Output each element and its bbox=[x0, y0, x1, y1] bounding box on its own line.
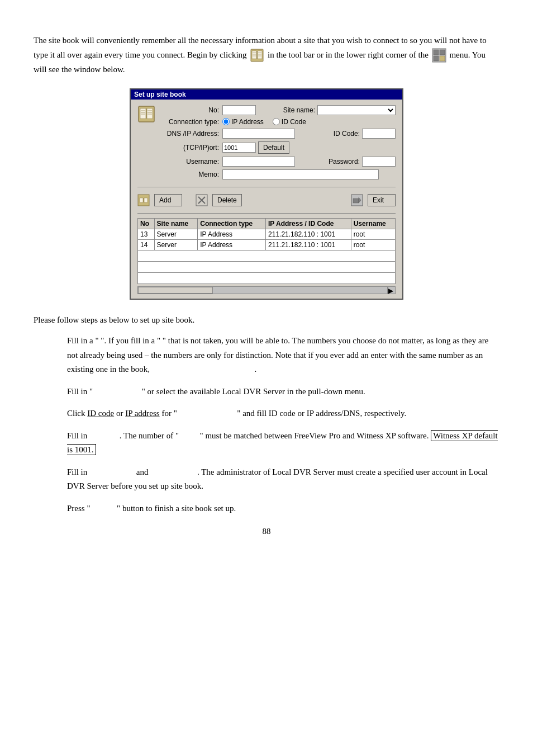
delete-icon bbox=[196, 194, 208, 206]
step2: Fill in " " or select the available Loca… bbox=[67, 385, 499, 399]
step5-blank1 bbox=[89, 465, 134, 480]
memo-label: Memo: bbox=[161, 171, 222, 178]
svg-rect-16 bbox=[140, 108, 146, 119]
page-number-text: 88 bbox=[263, 527, 271, 536]
memo-input[interactable] bbox=[222, 169, 379, 179]
dialog-book-icon bbox=[137, 105, 155, 123]
id-code-input[interactable] bbox=[362, 129, 396, 139]
dialog-titlebar: Set up site book bbox=[131, 89, 402, 100]
intro-paragraph: The site book will conveniently remember… bbox=[34, 34, 499, 77]
step3-id-code-link[interactable]: ID code bbox=[87, 409, 114, 418]
row2-ip-id: 211.21.182.110 : 1001 bbox=[266, 239, 351, 250]
step1-end: . bbox=[254, 365, 256, 374]
dialog-divider1 bbox=[137, 187, 396, 187]
step6-blank bbox=[92, 502, 115, 516]
book-icon bbox=[250, 48, 264, 63]
step1-text: Fill in a " ". If you fill in a " " that… bbox=[67, 336, 488, 374]
row1-site-name: Server bbox=[154, 229, 198, 239]
step3-or: or bbox=[116, 409, 125, 418]
step5: Fill in and . The administrator of Local… bbox=[67, 465, 499, 494]
row1-ip-id: 211.21.182.110 : 1001 bbox=[266, 229, 351, 239]
connection-type-group: IP Address ID Code bbox=[222, 118, 306, 126]
row2-site-name: Server bbox=[154, 239, 198, 250]
site-table: No Site name Connection type IP Address … bbox=[137, 218, 396, 284]
step4-mid: . The number of " bbox=[120, 431, 179, 440]
row2-username: root bbox=[351, 239, 395, 250]
col-ip-id: IP Address / ID Code bbox=[266, 218, 351, 229]
svg-rect-26 bbox=[140, 198, 143, 202]
step3: Click ID code or IP address for " " and … bbox=[67, 407, 499, 421]
menu-icon bbox=[432, 48, 446, 63]
site-name-select[interactable] bbox=[317, 105, 396, 115]
username-input[interactable] bbox=[222, 157, 295, 167]
dialog-divider2 bbox=[137, 213, 396, 214]
col-no: No bbox=[138, 218, 155, 229]
scroll-right-arrow[interactable]: ▶ bbox=[388, 286, 396, 294]
default-button-label: Default bbox=[263, 144, 284, 152]
page-number: 88 bbox=[34, 527, 499, 536]
row2-no: 14 bbox=[138, 239, 155, 250]
row1-connection-type: IP Address bbox=[198, 229, 266, 239]
scroll-area: ▶ bbox=[137, 286, 396, 294]
connection-type-label: Connection type: bbox=[161, 118, 222, 126]
id-code-option: ID Code bbox=[282, 118, 306, 126]
dns-label: DNS /IP Address: bbox=[161, 130, 222, 138]
col-connection-type: Connection type bbox=[198, 218, 266, 229]
step3-blank bbox=[179, 407, 235, 421]
no-label: No: bbox=[161, 106, 222, 114]
buttons-row: Add Delete bbox=[137, 192, 396, 209]
step4-prefix: Fill in bbox=[67, 431, 87, 440]
step6-suffix: " button to finish a site book set up. bbox=[117, 504, 236, 513]
h-scrollbar[interactable] bbox=[137, 286, 388, 294]
row1-username: root bbox=[351, 229, 395, 239]
table-row: 13 Server IP Address 211.21.182.110 : 10… bbox=[138, 229, 396, 239]
dns-input[interactable] bbox=[222, 129, 295, 139]
col-username: Username bbox=[351, 218, 395, 229]
step3-for: for " bbox=[161, 409, 177, 418]
port-input[interactable] bbox=[222, 143, 256, 153]
step3-suffix: " and fill ID code or IP address/DNS, re… bbox=[237, 409, 406, 418]
site-name-label: Site name: bbox=[283, 106, 317, 114]
svg-rect-17 bbox=[147, 108, 153, 119]
step4-mid2: " must be matched between FreeView Pro a… bbox=[200, 431, 431, 440]
id-code-label: ID Code: bbox=[334, 130, 362, 138]
svg-rect-14 bbox=[440, 56, 445, 61]
exit-icon bbox=[351, 194, 363, 206]
ip-address-radio-label[interactable]: IP Address bbox=[222, 118, 264, 126]
svg-rect-2 bbox=[258, 51, 262, 59]
step3-prefix: Click bbox=[67, 409, 87, 418]
steps-section: Please follow steps as below to set up s… bbox=[34, 313, 499, 516]
h-scrollbar-thumb bbox=[138, 287, 213, 294]
main-content: The site book will conveniently remember… bbox=[34, 34, 499, 536]
step5-prefix: Fill in bbox=[67, 467, 87, 476]
step1-blank bbox=[152, 362, 253, 377]
step4: Fill in . The number of " " must be matc… bbox=[67, 429, 499, 457]
step2-text: Fill in " bbox=[67, 387, 93, 396]
add-icon bbox=[137, 194, 150, 206]
step3-ip-address-link[interactable]: IP address bbox=[125, 409, 160, 418]
id-code-radio-label[interactable]: ID Code bbox=[273, 118, 306, 126]
delete-button[interactable]: Delete bbox=[212, 194, 242, 206]
follow-steps-text: Please follow steps as below to set up s… bbox=[34, 313, 499, 328]
step6-prefix: Press " bbox=[67, 504, 91, 513]
svg-rect-13 bbox=[434, 56, 439, 61]
svg-rect-1 bbox=[252, 51, 256, 59]
step4-blank2 bbox=[181, 429, 198, 443]
svg-rect-27 bbox=[144, 198, 147, 202]
row1-no: 13 bbox=[138, 229, 155, 239]
tcp-port-label: (TCP/IP)ort: bbox=[161, 144, 222, 152]
intro-text2: in the tool bar or in the lower right co… bbox=[268, 50, 429, 59]
step5-and: and bbox=[136, 467, 149, 476]
delete-button-label: Delete bbox=[217, 196, 237, 204]
row2-connection-type: IP Address bbox=[198, 239, 266, 250]
add-button-label: Add bbox=[159, 196, 171, 204]
id-code-radio[interactable] bbox=[273, 118, 280, 125]
default-button[interactable]: Default bbox=[258, 141, 289, 154]
add-button[interactable]: Add bbox=[154, 194, 182, 206]
setup-dialog: Set up site book bbox=[130, 88, 403, 300]
password-input[interactable] bbox=[362, 157, 396, 167]
no-input[interactable] bbox=[222, 105, 256, 115]
ip-address-radio[interactable] bbox=[222, 118, 230, 125]
svg-rect-12 bbox=[440, 50, 445, 55]
exit-button[interactable]: Exit bbox=[368, 194, 396, 206]
